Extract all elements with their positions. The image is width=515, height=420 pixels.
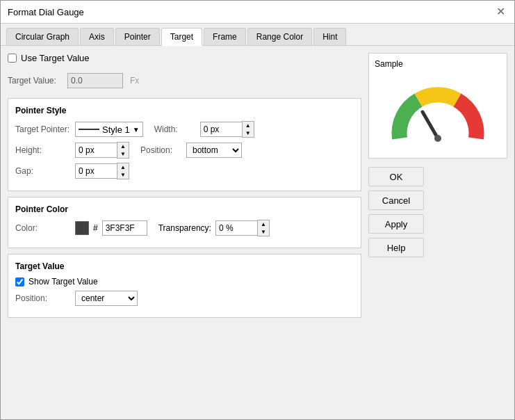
- use-target-checkbox[interactable]: [8, 54, 17, 63]
- window-title: Format Dial Gauge: [8, 7, 84, 17]
- cancel-button[interactable]: Cancel: [368, 191, 424, 210]
- gap-down-button[interactable]: ▼: [117, 171, 129, 179]
- color-swatch[interactable]: [75, 221, 89, 235]
- style-dropdown-arrow-icon: ▼: [133, 126, 140, 134]
- pointer-style-section: Pointer Style Target Pointer: Style 1 ▼ …: [8, 98, 361, 191]
- width-down-button[interactable]: ▼: [243, 129, 254, 137]
- tabs-bar: Circular Graph Axis Pointer Target Frame…: [1, 24, 514, 46]
- target-value-section: Target Value Show Target Value Position:…: [8, 254, 361, 318]
- title-bar: Format Dial Gauge ✕: [1, 1, 514, 24]
- tv-position-label: Position:: [15, 293, 71, 303]
- main-window: Format Dial Gauge ✕ Circular Graph Axis …: [0, 0, 515, 420]
- gauge-svg: [382, 76, 493, 152]
- style-dropdown-label: Style 1: [102, 124, 130, 135]
- tab-frame[interactable]: Frame: [204, 28, 246, 45]
- width-spinner: ▲ ▼: [200, 121, 254, 138]
- height-down-button[interactable]: ▼: [117, 150, 129, 158]
- width-label: Width:: [154, 124, 196, 134]
- pointer-color-title: Pointer Color: [15, 204, 354, 214]
- buttons-panel: OK Cancel Apply Help: [368, 164, 507, 257]
- transparency-label: Transparency:: [158, 223, 211, 233]
- height-up-button[interactable]: ▲: [117, 143, 129, 150]
- gauge-container: [375, 76, 501, 152]
- tab-circular-graph[interactable]: Circular Graph: [6, 28, 79, 45]
- position-select[interactable]: bottom: [186, 143, 242, 158]
- style-dropdown[interactable]: Style 1 ▼: [75, 122, 143, 137]
- tab-target[interactable]: Target: [161, 28, 202, 46]
- target-value-row: Target Value: Fx: [8, 73, 361, 88]
- tab-pointer[interactable]: Pointer: [115, 28, 160, 45]
- target-value-input[interactable]: [67, 73, 123, 88]
- show-target-label: Show Target Value: [15, 277, 98, 286]
- target-value-section-title: Target Value: [15, 261, 354, 271]
- color-hex-input[interactable]: [102, 220, 147, 236]
- width-input[interactable]: [200, 122, 242, 137]
- show-target-text: Show Target Value: [28, 277, 98, 286]
- pointer-style-title: Pointer Style: [15, 106, 354, 115]
- height-label: Height:: [15, 145, 71, 155]
- sample-label: Sample: [375, 59, 403, 69]
- target-pointer-row: Target Pointer: Style 1 ▼ Width: ▲ ▼: [15, 121, 354, 138]
- tab-range-color[interactable]: Range Color: [247, 28, 312, 45]
- gap-row: Gap: ▲ ▼: [15, 163, 354, 179]
- hash-symbol: #: [93, 223, 98, 233]
- content-area: Use Target Value Target Value: Fx Pointe…: [1, 46, 514, 419]
- position-label: Position:: [140, 145, 182, 155]
- right-panel: Sample: [368, 53, 507, 412]
- ok-button[interactable]: OK: [368, 167, 424, 186]
- tab-hint[interactable]: Hint: [313, 28, 346, 45]
- pointer-color-section: Pointer Color Color: # Transparency: ▲ ▼: [8, 197, 361, 248]
- target-value-label: Target Value:: [8, 76, 63, 86]
- height-input[interactable]: [75, 143, 117, 158]
- tv-position-select[interactable]: center: [75, 291, 138, 306]
- height-spinner-btns: ▲ ▼: [117, 142, 129, 159]
- width-up-button[interactable]: ▲: [243, 122, 254, 129]
- transparency-input[interactable]: [215, 220, 257, 236]
- gap-up-button[interactable]: ▲: [117, 163, 129, 171]
- transparency-spinner-btns: ▲ ▼: [257, 220, 270, 236]
- svg-point-2: [434, 135, 441, 142]
- tv-position-row: Position: center: [15, 291, 354, 306]
- width-spinner-btns: ▲ ▼: [242, 121, 254, 138]
- gap-label: Gap:: [15, 166, 71, 176]
- tab-axis[interactable]: Axis: [80, 28, 114, 45]
- height-spinner: ▲ ▼: [75, 142, 129, 159]
- height-row: Height: ▲ ▼ Position: bottom: [15, 142, 354, 159]
- gap-input[interactable]: [75, 163, 117, 179]
- use-target-row: Use Target Value: [8, 53, 361, 63]
- help-button[interactable]: Help: [368, 238, 424, 257]
- fx-label: Fx: [130, 76, 139, 86]
- use-target-label: Use Target Value: [21, 53, 90, 63]
- gap-spinner: ▲ ▼: [75, 163, 129, 179]
- color-row: Color: # Transparency: ▲ ▼: [15, 220, 354, 236]
- sample-area: Sample: [368, 53, 507, 159]
- gap-spinner-btns: ▲ ▼: [117, 163, 129, 179]
- svg-point-0: [414, 115, 461, 152]
- transparency-down-button[interactable]: ▼: [258, 228, 269, 236]
- transparency-spinner: ▲ ▼: [215, 220, 270, 236]
- show-target-checkbox[interactable]: [15, 277, 24, 286]
- color-label: Color:: [15, 223, 71, 233]
- apply-button[interactable]: Apply: [368, 214, 424, 234]
- target-pointer-label: Target Pointer:: [15, 124, 71, 134]
- show-target-row: Show Target Value: [15, 277, 354, 286]
- transparency-up-button[interactable]: ▲: [258, 220, 269, 228]
- left-panel: Use Target Value Target Value: Fx Pointe…: [8, 53, 361, 412]
- style-line-icon: [79, 129, 99, 130]
- close-button[interactable]: ✕: [493, 5, 507, 19]
